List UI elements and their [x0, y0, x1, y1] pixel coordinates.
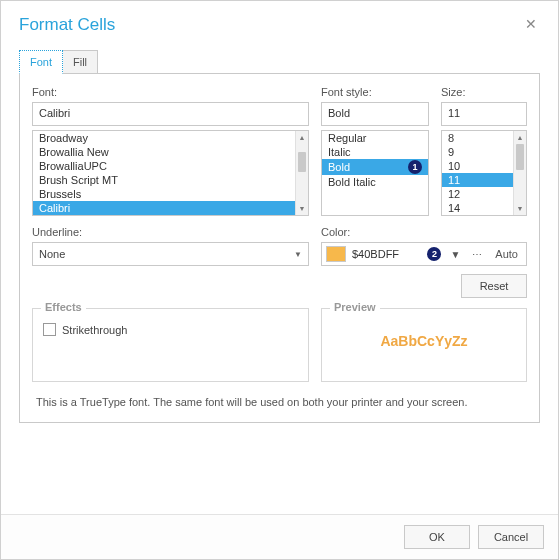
list-item[interactable]: 8	[442, 131, 513, 145]
list-item[interactable]: Brussels	[33, 187, 295, 201]
list-item-label: Bold	[328, 161, 350, 173]
tabstrip: Font Fill	[19, 49, 540, 73]
style-list[interactable]: Regular Italic Bold 1 Bold Italic	[321, 130, 429, 216]
list-item[interactable]: 10	[442, 159, 513, 173]
strikethrough-label: Strikethrough	[62, 324, 127, 336]
strikethrough-checkbox[interactable]: Strikethrough	[43, 323, 298, 336]
footnote: This is a TrueType font. The same font w…	[36, 396, 523, 408]
color-label: Color:	[321, 226, 527, 238]
scroll-up-icon[interactable]: ▲	[296, 131, 308, 144]
list-item[interactable]: Regular	[322, 131, 428, 145]
tab-fill[interactable]: Fill	[62, 50, 98, 74]
scrollbar[interactable]: ▲ ▼	[513, 131, 526, 215]
chevron-down-icon[interactable]: ▼	[447, 249, 463, 260]
preview-group: Preview AaBbCcYyZz	[321, 308, 527, 382]
ok-button[interactable]: OK	[404, 525, 470, 549]
cancel-button[interactable]: Cancel	[478, 525, 544, 549]
font-list[interactable]: Broadway Browallia New BrowalliaUPC Brus…	[32, 130, 309, 216]
dialog-title: Format Cells	[19, 15, 115, 35]
list-item[interactable]: 11	[442, 173, 513, 187]
scroll-up-icon[interactable]: ▲	[514, 131, 526, 144]
color-swatch	[326, 246, 346, 262]
list-item[interactable]: BrowalliaUPC	[33, 159, 295, 173]
underline-dropdown[interactable]: None ▼	[32, 242, 309, 266]
list-item[interactable]: Brush Script MT	[33, 173, 295, 187]
list-item[interactable]: Broadway	[33, 131, 295, 145]
reset-button[interactable]: Reset	[461, 274, 527, 298]
list-item[interactable]: Browallia New	[33, 145, 295, 159]
more-icon[interactable]: ⋯	[469, 249, 485, 260]
underline-label: Underline:	[32, 226, 309, 238]
size-input[interactable]: 11	[441, 102, 527, 126]
scroll-down-icon[interactable]: ▼	[514, 202, 526, 215]
list-item[interactable]: 9	[442, 145, 513, 159]
format-cells-dialog: Format Cells ✕ Font Fill Font: Calibri B…	[0, 0, 559, 560]
scrollbar[interactable]: ▲ ▼	[295, 131, 308, 215]
list-item[interactable]: 12	[442, 187, 513, 201]
list-item[interactable]: Bold 1	[322, 159, 428, 175]
preview-sample: AaBbCcYyZz	[332, 333, 516, 349]
list-item[interactable]: Italic	[322, 145, 428, 159]
style-label: Font style:	[321, 86, 429, 98]
titlebar: Format Cells ✕	[1, 1, 558, 43]
color-auto[interactable]: Auto	[491, 248, 522, 260]
list-item[interactable]: 14	[442, 201, 513, 215]
font-panel: Font: Calibri Broadway Browallia New Bro…	[19, 73, 540, 423]
close-icon[interactable]: ✕	[522, 16, 540, 34]
annotation-1: 1	[408, 160, 422, 174]
color-picker[interactable]: $40BDFF 2 ▼ ⋯ Auto	[321, 242, 527, 266]
underline-value: None	[39, 248, 65, 260]
annotation-2: 2	[427, 247, 441, 261]
effects-title: Effects	[41, 301, 86, 313]
chevron-down-icon: ▼	[294, 250, 302, 259]
list-item[interactable]: Calibri	[33, 201, 295, 215]
effects-group: Effects Strikethrough	[32, 308, 309, 382]
checkbox-icon	[43, 323, 56, 336]
style-input[interactable]: Bold	[321, 102, 429, 126]
scroll-down-icon[interactable]: ▼	[296, 202, 308, 215]
list-item[interactable]: Bold Italic	[322, 175, 428, 189]
font-input[interactable]: Calibri	[32, 102, 309, 126]
tab-font[interactable]: Font	[19, 50, 63, 74]
size-list[interactable]: 8 9 10 11 12 14 ▲ ▼	[441, 130, 527, 216]
size-label: Size:	[441, 86, 527, 98]
dialog-footer: OK Cancel	[1, 514, 558, 559]
preview-title: Preview	[330, 301, 380, 313]
color-value: $40BDFF	[352, 248, 415, 260]
font-label: Font:	[32, 86, 309, 98]
